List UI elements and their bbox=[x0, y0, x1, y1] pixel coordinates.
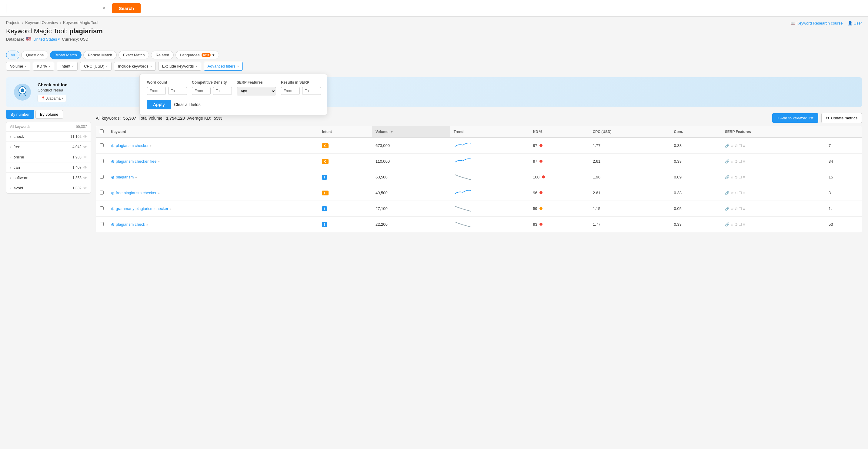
th-cpc[interactable]: CPC (USD) bbox=[589, 126, 671, 138]
row-intent-cell: I bbox=[318, 169, 372, 185]
eye-icon[interactable]: 👁 bbox=[83, 134, 87, 139]
row-cpc-cell: 2.61 bbox=[589, 185, 671, 201]
th-volume[interactable]: Volume ▼ bbox=[372, 126, 450, 138]
search-input[interactable]: plagiarism bbox=[6, 3, 109, 13]
serp-features-select[interactable]: Any bbox=[237, 87, 276, 95]
row-volume-cell: 49,500 bbox=[372, 185, 450, 201]
tab-broad-match[interactable]: Broad Match bbox=[50, 51, 82, 59]
filter-include-keywords[interactable]: Include keywords ▾ bbox=[114, 62, 155, 71]
list-item[interactable]: › software 1,358 👁 bbox=[6, 173, 91, 183]
table-row: ⊕ grammarly plagiarism checker » I 27,10… bbox=[96, 201, 862, 217]
keyword-link[interactable]: ⊕ plagiarism checker free » bbox=[111, 159, 315, 164]
results-in-serp-range bbox=[281, 87, 321, 95]
results-in-serp-from[interactable] bbox=[281, 87, 300, 95]
chevron-down-icon: ▾ bbox=[150, 65, 152, 68]
clear-icon[interactable]: ✕ bbox=[102, 6, 106, 10]
user-link[interactable]: 👤 User bbox=[848, 21, 862, 26]
clear-all-button[interactable]: Clear all fields bbox=[174, 102, 200, 107]
word-count-to[interactable] bbox=[168, 87, 187, 95]
keyword-research-course-link[interactable]: 📖 Keyword Research course bbox=[790, 21, 842, 26]
list-item[interactable]: › avoid 1,332 👁 bbox=[6, 183, 91, 193]
keyword-link[interactable]: ⊕ plagiarism check » bbox=[111, 222, 315, 227]
filter-kd[interactable]: KD % ▾ bbox=[33, 62, 54, 71]
tab-related[interactable]: Related bbox=[151, 51, 174, 59]
keyword-link[interactable]: ⊕ plagiarism checker » bbox=[111, 143, 315, 148]
table-header: Keyword Intent Volume ▼ Trend KD % bbox=[96, 126, 862, 138]
eye-icon[interactable]: 👁 bbox=[83, 165, 87, 170]
tab-all[interactable]: All bbox=[6, 51, 20, 59]
th-intent[interactable]: Intent bbox=[318, 126, 372, 138]
th-keyword[interactable]: Keyword bbox=[107, 126, 318, 138]
row-com-cell: 0.09 bbox=[671, 169, 721, 185]
keyword-link[interactable]: ⊕ free plagiarism checker » bbox=[111, 191, 315, 195]
add-to-keyword-list-button[interactable]: + Add to keyword list bbox=[772, 113, 818, 123]
tab-phrase-match[interactable]: Phrase Match bbox=[83, 51, 117, 59]
competitive-density-from[interactable] bbox=[192, 87, 211, 95]
list-item[interactable]: › check 11,162 👁 bbox=[6, 131, 91, 142]
filter-exclude-keywords[interactable]: Exclude keywords ▾ bbox=[158, 62, 201, 71]
list-item[interactable]: › free 4,042 👁 bbox=[6, 142, 91, 152]
row-keyword-cell: ⊕ plagiarism checker » bbox=[107, 137, 318, 154]
filter-cpc[interactable]: CPC (USD) ▾ bbox=[80, 62, 112, 71]
keyword-text: plagiarism bbox=[116, 175, 134, 179]
keyword-link[interactable]: ⊕ plagiarism » bbox=[111, 175, 315, 180]
promo-actions: 📍 Alabama • bbox=[38, 95, 67, 102]
th-serp-features[interactable]: SERP Features bbox=[721, 126, 825, 138]
row-checkbox[interactable] bbox=[100, 206, 104, 210]
tab-questions[interactable]: Questions bbox=[21, 51, 48, 59]
breadcrumb-keyword-overview[interactable]: Keyword Overview bbox=[25, 20, 58, 25]
apply-button[interactable]: Apply bbox=[147, 100, 171, 109]
keyword-link[interactable]: ⊕ grammarly plagiarism checker » bbox=[111, 206, 315, 211]
promo-icon bbox=[13, 83, 32, 101]
select-all-checkbox[interactable] bbox=[100, 129, 104, 133]
tab-languages[interactable]: Languages beta ▾ bbox=[176, 51, 219, 59]
serp-features-group: SERP Features Any bbox=[237, 80, 276, 95]
link-icon: 🔗 bbox=[725, 143, 730, 148]
search-button[interactable]: Search bbox=[112, 3, 141, 13]
sidebar-item-left: › software bbox=[10, 175, 29, 180]
results-in-serp-to[interactable] bbox=[302, 87, 321, 95]
row-checkbox[interactable] bbox=[100, 175, 104, 179]
list-item[interactable]: › can 1,407 👁 bbox=[6, 162, 91, 173]
eye-icon[interactable]: 👁 bbox=[83, 155, 87, 159]
sidebar-tab-by-volume[interactable]: By volume bbox=[35, 110, 63, 119]
filter-volume[interactable]: Volume ▾ bbox=[6, 62, 30, 71]
row-kd-cell: 59 bbox=[529, 201, 589, 217]
th-kd[interactable]: KD % bbox=[529, 126, 589, 138]
row-checkbox[interactable] bbox=[100, 159, 104, 163]
sidebar-tab-by-number[interactable]: By number bbox=[6, 110, 34, 119]
star-icon: ☆ bbox=[731, 143, 734, 148]
top-right-links: 📖 Keyword Research course 👤 User bbox=[790, 21, 862, 26]
row-checkbox[interactable] bbox=[100, 143, 104, 147]
advanced-filter-actions: Apply Clear all fields bbox=[147, 100, 320, 109]
serp-icon-4: ☐ bbox=[739, 222, 742, 227]
row-checkbox[interactable] bbox=[100, 191, 104, 194]
filter-dropdowns: Volume ▾ KD % ▾ Intent ▾ CPC (USD) ▾ Inc… bbox=[0, 59, 868, 74]
th-checkbox bbox=[96, 126, 107, 138]
competitive-density-to[interactable] bbox=[213, 87, 232, 95]
th-trend[interactable]: Trend bbox=[450, 126, 529, 138]
row-checkbox-cell bbox=[96, 185, 107, 201]
update-metrics-button[interactable]: ↻ Update metrics bbox=[821, 113, 862, 123]
th-com[interactable]: Com. bbox=[671, 126, 721, 138]
advanced-filter-grid: Word count Competitive Density SERP Feat bbox=[147, 80, 320, 95]
eye-icon[interactable]: 👁 bbox=[83, 176, 87, 180]
word-count-from[interactable] bbox=[147, 87, 166, 95]
database-link[interactable]: United States ▾ bbox=[33, 37, 60, 41]
row-volume-cell: 27,100 bbox=[372, 201, 450, 217]
course-icon: 📖 bbox=[790, 21, 795, 26]
eye-icon[interactable]: 👁 bbox=[83, 145, 87, 149]
eye-icon[interactable]: 👁 bbox=[83, 186, 87, 190]
tab-exact-match[interactable]: Exact Match bbox=[119, 51, 149, 59]
list-item[interactable]: › online 1,983 👁 bbox=[6, 152, 91, 162]
promo-location-button[interactable]: 📍 Alabama • bbox=[38, 95, 66, 102]
row-checkbox[interactable] bbox=[100, 222, 104, 226]
breadcrumb-projects[interactable]: Projects bbox=[6, 20, 20, 25]
plus-icon: ⊕ bbox=[111, 206, 115, 211]
promo-text: Check out loc Conduct resea 📍 Alabama • bbox=[38, 82, 67, 102]
filter-intent[interactable]: Intent ▾ bbox=[57, 62, 78, 71]
intent-badge: C bbox=[322, 159, 329, 164]
filter-advanced[interactable]: Advanced filters ▾ bbox=[204, 62, 243, 71]
kd-dot bbox=[539, 160, 542, 163]
kd-dot bbox=[539, 191, 542, 194]
